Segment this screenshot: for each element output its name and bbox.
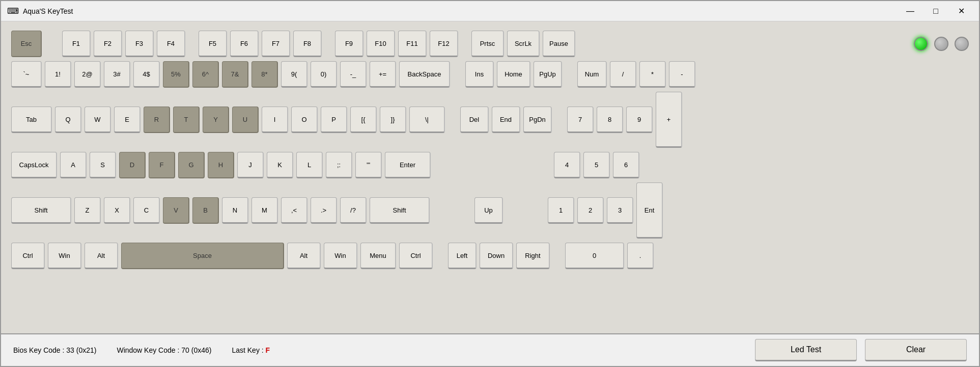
key-u[interactable]: U <box>232 107 259 133</box>
key-k[interactable]: K <box>267 152 293 178</box>
key-rbracket[interactable]: ]} <box>380 107 406 133</box>
key-num3[interactable]: 3 <box>607 197 633 224</box>
key-enter[interactable]: Enter <box>385 152 431 178</box>
key-h[interactable]: H <box>208 152 234 178</box>
key-n[interactable]: N <box>222 197 248 224</box>
key-f7[interactable]: F7 <box>262 31 290 57</box>
key-scrlk[interactable]: ScrLk <box>507 31 540 57</box>
key-6[interactable]: 6^ <box>192 61 219 88</box>
maximize-button[interactable]: □ <box>924 3 947 19</box>
key-lbracket[interactable]: [{ <box>350 107 377 133</box>
key-i[interactable]: I <box>262 107 288 133</box>
key-num1[interactable]: 1 <box>548 197 574 224</box>
key-capslock[interactable]: CapsLock <box>11 152 57 178</box>
key-num[interactable]: Num <box>577 61 607 88</box>
key-shift-left[interactable]: Shift <box>11 197 71 224</box>
key-y[interactable]: Y <box>203 107 229 133</box>
key-a[interactable]: A <box>60 152 87 178</box>
key-home[interactable]: Home <box>497 61 530 88</box>
key-9[interactable]: 9( <box>281 61 307 88</box>
key-p[interactable]: P <box>321 107 347 133</box>
key-numdot-minus[interactable]: - <box>669 61 695 88</box>
key-8[interactable]: 8* <box>251 61 278 88</box>
key-num2[interactable]: 2 <box>577 197 604 224</box>
key-b[interactable]: B <box>192 197 219 224</box>
key-g[interactable]: G <box>178 152 205 178</box>
key-minus[interactable]: -_ <box>340 61 367 88</box>
key-ctrl-right[interactable]: Ctrl <box>399 243 433 269</box>
key-5[interactable]: 5% <box>163 61 189 88</box>
key-1[interactable]: 1! <box>45 61 71 88</box>
key-down[interactable]: Down <box>480 243 513 269</box>
key-period[interactable]: .> <box>311 197 337 224</box>
key-f[interactable]: F <box>149 152 175 178</box>
key-f1[interactable]: F1 <box>62 31 91 57</box>
key-w[interactable]: W <box>85 107 111 133</box>
key-tab[interactable]: Tab <box>11 107 52 133</box>
key-menu[interactable]: Menu <box>360 243 396 269</box>
key-4[interactable]: 4$ <box>133 61 160 88</box>
key-esc[interactable]: Esc <box>11 31 42 57</box>
key-q[interactable]: Q <box>55 107 81 133</box>
key-num5[interactable]: 5 <box>583 152 610 178</box>
key-up[interactable]: Up <box>474 197 503 224</box>
key-num8[interactable]: 8 <box>597 107 623 133</box>
key-f8[interactable]: F8 <box>293 31 322 57</box>
key-c[interactable]: C <box>133 197 160 224</box>
minimize-button[interactable]: — <box>899 3 922 19</box>
key-del[interactable]: Del <box>460 107 489 133</box>
key-win-right[interactable]: Win <box>324 243 357 269</box>
key-x[interactable]: X <box>104 197 130 224</box>
key-s[interactable]: S <box>90 152 116 178</box>
key-space[interactable]: Space <box>121 243 284 269</box>
key-num4[interactable]: 4 <box>554 152 580 178</box>
key-num0[interactable]: 0 <box>565 243 624 269</box>
key-num7[interactable]: 7 <box>567 107 594 133</box>
key-right[interactable]: Right <box>516 243 550 269</box>
key-f6[interactable]: F6 <box>230 31 259 57</box>
key-shift-right[interactable]: Shift <box>370 197 430 224</box>
key-f11[interactable]: F11 <box>398 31 427 57</box>
key-num6[interactable]: 6 <box>613 152 639 178</box>
key-backslash[interactable]: \| <box>409 107 445 133</box>
key-j[interactable]: J <box>237 152 264 178</box>
key-r[interactable]: R <box>144 107 170 133</box>
key-f2[interactable]: F2 <box>94 31 122 57</box>
key-f3[interactable]: F3 <box>125 31 154 57</box>
key-ins[interactable]: Ins <box>465 61 494 88</box>
key-l[interactable]: L <box>296 152 323 178</box>
key-t[interactable]: T <box>173 107 200 133</box>
key-f10[interactable]: F10 <box>367 31 395 57</box>
key-num9[interactable]: 9 <box>626 107 653 133</box>
key-win-left[interactable]: Win <box>48 243 81 269</box>
key-f12[interactable]: F12 <box>430 31 458 57</box>
key-semicolon[interactable]: ;: <box>326 152 352 178</box>
key-z[interactable]: Z <box>74 197 101 224</box>
key-e[interactable]: E <box>114 107 141 133</box>
key-alt-right[interactable]: Alt <box>287 243 321 269</box>
key-3[interactable]: 3# <box>104 61 130 88</box>
key-backspace[interactable]: BackSpace <box>399 61 450 88</box>
key-v[interactable]: V <box>163 197 189 224</box>
key-d[interactable]: D <box>119 152 146 178</box>
clear-button[interactable]: Clear <box>865 339 967 361</box>
key-f4[interactable]: F4 <box>157 31 185 57</box>
key-m[interactable]: M <box>251 197 278 224</box>
key-7[interactable]: 7& <box>222 61 248 88</box>
key-numslash[interactable]: / <box>610 61 636 88</box>
key-backtick[interactable]: `~ <box>11 61 42 88</box>
key-ctrl-left[interactable]: Ctrl <box>11 243 45 269</box>
key-left[interactable]: Left <box>448 243 477 269</box>
key-2[interactable]: 2@ <box>74 61 101 88</box>
key-pause[interactable]: Pause <box>543 31 575 57</box>
key-quote[interactable]: '" <box>355 152 382 178</box>
key-slash[interactable]: /? <box>340 197 367 224</box>
key-nummul[interactable]: * <box>639 61 666 88</box>
key-o[interactable]: O <box>291 107 318 133</box>
key-pgdn[interactable]: PgDn <box>523 107 552 133</box>
key-end[interactable]: End <box>492 107 520 133</box>
key-f5[interactable]: F5 <box>199 31 227 57</box>
key-prtsc[interactable]: Prtsc <box>471 31 504 57</box>
key-numenter[interactable]: Ent <box>636 182 663 239</box>
key-numdot[interactable]: . <box>627 243 654 269</box>
